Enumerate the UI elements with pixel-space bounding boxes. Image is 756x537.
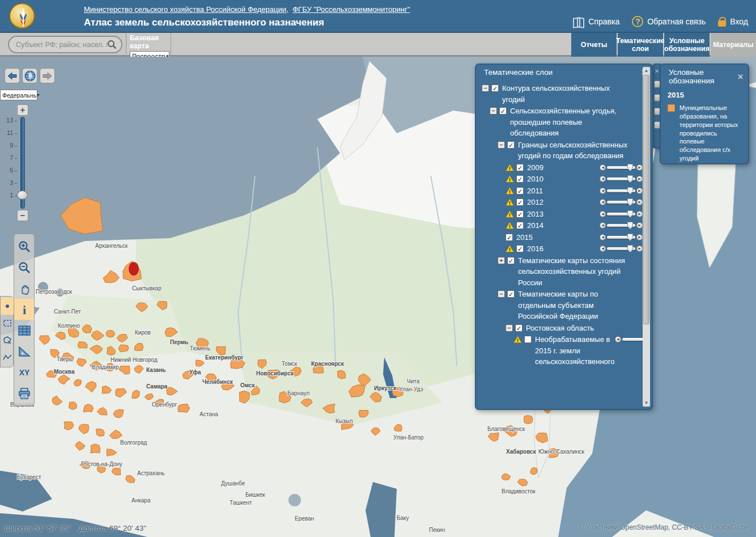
checkbox-checked[interactable]: ✓ [515,324,523,332]
measure-tool-button[interactable] [14,341,34,362]
slider-right-icon[interactable]: ▶ [636,246,643,252]
search-icon[interactable] [107,40,117,49]
close-icon[interactable]: ✕ [737,73,742,81]
xy-coordinates-button[interactable]: XY [14,362,34,383]
slider-right-icon[interactable]: ▶ [636,211,643,217]
point-tool-button[interactable] [1,298,14,315]
help-button[interactable]: Справка [573,17,619,26]
checkbox-checked[interactable]: ✓ [516,210,524,218]
pan-tool-button[interactable] [14,278,34,299]
collapse-icon[interactable]: − [498,290,505,298]
slider-right-icon[interactable]: ▶ [636,234,643,240]
polyline-tool-button[interactable] [1,349,14,366]
checkbox-checked[interactable]: ✓ [499,107,507,115]
checkbox-checked[interactable]: ✓ [516,198,524,206]
slider-left-icon[interactable]: ◀ [600,188,606,194]
slider-right-icon[interactable]: ▶ [636,199,643,205]
layers-scrollbar[interactable]: ▲ ▼ [643,67,650,407]
slider-left-icon[interactable]: ◀ [600,222,606,229]
layer-label[interactable]: 2011 [527,185,543,197]
checkbox-checked[interactable]: ✓ [507,290,515,298]
tab-materials[interactable]: Материалы [711,33,756,57]
layer-label[interactable]: Тематические карты по отдельным субъекта… [518,289,634,322]
layer-label[interactable]: Тематические карты состояния сельскохозя… [518,255,634,289]
checkbox-unchecked[interactable] [524,336,532,343]
slider-handle[interactable] [627,210,633,218]
scroll-up-icon[interactable]: ▲ [643,67,650,74]
slider-track[interactable] [607,201,635,204]
collapse-icon[interactable]: − [490,107,497,115]
layer-label[interactable]: 2015 [516,232,533,243]
layer-label[interactable]: Контура сельскохозяйственных угодий [502,83,618,105]
checkbox-checked[interactable]: ✓ [516,222,524,229]
slider-right-icon[interactable]: ▶ [636,188,643,194]
checkbox-checked[interactable]: ✓ [491,84,499,92]
tab-thematic-layers[interactable]: Тематические слои [618,33,663,57]
zoom-in-button[interactable]: + [17,104,28,116]
slider-left-icon[interactable]: ◀ [600,211,606,217]
map-viewport[interactable]: ВаршаваПетрозаводскАрхангельскСыктывкарС… [0,57,756,537]
rectangle-tool-button[interactable] [1,315,14,332]
slider-track[interactable] [607,224,635,227]
slider-left-icon[interactable]: ◀ [600,234,606,240]
polygon-tool-button[interactable] [1,332,14,349]
strip-button[interactable] [654,108,660,115]
slider-track[interactable] [607,236,635,239]
region-level-select[interactable]: Федеральнь ▼ [0,90,37,100]
slider-track[interactable] [622,338,643,341]
slider-handle[interactable] [627,187,633,194]
slider-track[interactable] [607,247,635,250]
slider-handle[interactable] [627,175,633,183]
slider-track[interactable] [607,166,635,169]
slider-handle[interactable] [627,234,633,241]
layer-label[interactable]: 2010 [527,174,543,185]
collapse-icon[interactable]: − [498,141,505,149]
slider-right-icon[interactable]: ▶ [636,176,643,182]
scroll-down-icon[interactable]: ▼ [643,399,650,407]
slider-left-icon[interactable]: ◀ [600,176,606,182]
zoom-out-tool-button[interactable] [14,257,34,278]
zoom-in-tool-button[interactable] [14,236,34,257]
login-button[interactable]: Вход [718,17,748,27]
slider-track[interactable] [607,213,635,215]
tab-legend[interactable]: Условные обозначения [664,33,710,57]
zoom-slider-handle[interactable] [17,191,28,200]
slider-handle[interactable] [627,198,633,206]
slider-handle[interactable] [627,164,633,171]
slider-right-icon[interactable]: ▶ [636,222,643,229]
back-button[interactable] [5,68,20,83]
slider-left-icon[interactable]: ◀ [600,164,606,171]
zoom-out-button[interactable]: − [17,210,28,221]
layer-label[interactable]: 2014 [527,220,543,231]
checkbox-checked[interactable]: ✓ [516,164,524,171]
monitoring-link[interactable]: ФГБУ "Россельхозземмониторинг" [292,5,410,14]
layer-label[interactable]: Границы сельскохозяйственных угодий по г… [518,139,634,162]
checkbox-checked[interactable]: ✓ [516,175,524,183]
layer-label[interactable]: 2016 [527,243,543,255]
globe-button[interactable] [22,68,37,83]
slider-left-icon[interactable]: ◀ [600,199,606,205]
collapse-icon[interactable]: − [482,84,489,92]
layer-label[interactable]: Необрабатываемые в 2015 г. земли сельско… [535,334,615,367]
slider-handle[interactable] [627,222,633,229]
strip-button[interactable] [654,121,660,129]
slider-track[interactable] [607,189,635,192]
expand-icon[interactable]: + [498,257,505,264]
search-input[interactable] [16,41,107,49]
slider-handle[interactable] [627,245,633,252]
checkbox-checked[interactable]: ✓ [516,187,524,194]
checkbox-checked[interactable]: ✓ [507,141,515,149]
attribute-table-button[interactable] [14,320,34,341]
slider-track[interactable] [607,177,635,180]
layer-label[interactable]: Ростовская область [526,323,594,334]
scrollbar-thumb[interactable] [643,75,649,324]
strip-button[interactable] [654,94,660,102]
identify-tool-button[interactable]: i [14,299,34,320]
checkbox-checked[interactable]: ✓ [506,234,513,241]
collapse-icon[interactable]: − [506,324,513,332]
checkbox-checked[interactable]: ✓ [516,245,524,252]
slider-left-icon[interactable]: ◀ [615,336,621,343]
feedback-button[interactable]: ? Обратная связь [632,16,706,27]
layer-label[interactable]: Сельскохозяйственные угодья, прошедшие п… [510,105,626,139]
layer-label[interactable]: 2013 [527,209,543,220]
